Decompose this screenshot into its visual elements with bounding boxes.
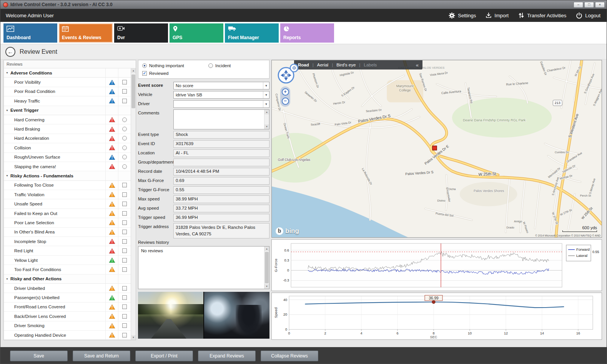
field-max-g-force[interactable]: 0.69 <box>173 177 269 185</box>
map-view-road[interactable]: Road <box>298 63 309 67</box>
review-checkbox[interactable] <box>122 99 127 103</box>
footer-button-save-return[interactable]: Save and Return <box>73 351 130 361</box>
status-option-incident[interactable]: Incident <box>208 62 231 69</box>
review-radio[interactable] <box>122 117 127 122</box>
review-item-poor-road-condition[interactable]: Poor Road Condition! <box>4 87 131 96</box>
field-event-id[interactable]: X017639 <box>173 140 269 148</box>
review-group-adverse-conditions[interactable]: ▼Adverse Conditions <box>4 68 131 78</box>
front-camera-thumbnail[interactable] <box>138 292 203 339</box>
review-checkbox[interactable] <box>122 192 127 197</box>
review-item-in-other-s-blind-area[interactable]: In Other's Blind Area! <box>4 228 131 237</box>
field-record-date[interactable]: 10/4/2014 4:48:54 PM <box>173 168 269 175</box>
map-compass-control[interactable] <box>276 63 299 88</box>
scroll-up-button[interactable]: ▲ <box>264 247 269 251</box>
review-item-traffic-violation[interactable]: Traffic Violation! <box>4 190 131 199</box>
tab-dvr[interactable]: Dvr <box>114 23 168 43</box>
review-checkbox[interactable] <box>122 295 127 300</box>
review-item-following-too-close[interactable]: Following Too Close! <box>4 181 131 190</box>
review-radio[interactable] <box>122 155 127 159</box>
history-scrollbar[interactable]: ▲▼ <box>264 247 269 289</box>
zoom-out-button[interactable]: − <box>282 98 289 105</box>
review-item-yellow-light[interactable]: Yellow Light! <box>4 256 131 265</box>
review-item-slapping-the-camera[interactable]: Slapping the camera!! <box>4 162 131 171</box>
review-group-risky-and-other-actions[interactable]: ▼Risky and Other Actions <box>4 275 131 284</box>
collapse-caret-icon[interactable]: ▼ <box>4 278 10 280</box>
cabin-camera-thumbnail[interactable] <box>204 292 269 339</box>
review-group-event-trigger[interactable]: ▼Event Trigger <box>4 106 131 115</box>
review-checkbox[interactable] <box>122 239 127 244</box>
review-checkbox[interactable] <box>122 80 127 84</box>
reviews-scrollbar[interactable]: ▲▼ <box>131 68 136 340</box>
review-item-hard-acceleration[interactable]: Hard Acceleration! <box>4 134 131 143</box>
review-item-operating-handled-device[interactable]: Operating Handled Device! <box>4 331 131 340</box>
review-checkbox[interactable] <box>122 248 127 253</box>
close-button[interactable]: × <box>595 2 605 8</box>
review-item-front-road-lens-covered[interactable]: Front/Road Lens Covered! <box>4 303 131 312</box>
review-checkbox[interactable] <box>122 267 127 272</box>
review-item-heavy-traffic[interactable]: Heavy Traffic! <box>4 96 131 106</box>
field-trigger-g-force[interactable]: 0.55 <box>173 186 269 194</box>
review-radio[interactable] <box>122 164 127 169</box>
collapse-caret-icon[interactable]: ▼ <box>4 109 10 112</box>
radio-control[interactable] <box>208 63 213 68</box>
review-item-incomplete-stop[interactable]: Incomplete Stop! <box>4 237 131 246</box>
review-item-driver-smoking[interactable]: Driver Smoking! <box>4 321 131 331</box>
header-action-logout[interactable]: Logout <box>576 12 600 19</box>
review-radio[interactable] <box>122 127 127 131</box>
review-group-risky-actions-fundamentals[interactable]: ▼Risky Actions - Fundamentals <box>4 171 131 180</box>
radio-control[interactable] <box>142 63 147 68</box>
review-radio[interactable] <box>122 136 127 141</box>
review-checkbox[interactable] <box>122 286 127 291</box>
review-item-failed-to-keep-an-out[interactable]: Failed to Keep an Out! <box>4 209 131 218</box>
review-checkbox[interactable] <box>122 314 127 319</box>
field-group-department[interactable] <box>173 159 269 166</box>
review-checkbox[interactable] <box>122 211 127 216</box>
review-item-back-driver-lens-covered[interactable]: Back/Driver Lens Covered! <box>4 312 131 321</box>
review-item-too-fast-for-conditions[interactable]: Too Fast For Conditions! <box>4 265 131 274</box>
map-view-labels[interactable]: Labels <box>364 63 377 67</box>
select-event-score[interactable]: No score▾ <box>173 82 269 89</box>
review-checkbox[interactable] <box>122 323 127 328</box>
status-option-nothing-important[interactable]: Nothing important <box>142 62 208 69</box>
review-radio[interactable] <box>122 146 127 150</box>
field-location[interactable]: Al - FL <box>173 149 269 157</box>
maximize-button[interactable]: □ <box>584 2 594 8</box>
header-action-transfer-activities[interactable]: Transfer Activities <box>518 12 566 18</box>
checkbox-control[interactable]: ✓ <box>142 71 147 76</box>
review-checkbox[interactable] <box>122 230 127 234</box>
field-trigger-address[interactable]: 31828 Palos Verdes Dr E, Rancho Palos Ve… <box>173 223 269 238</box>
review-item-collision[interactable]: Collision! <box>4 143 131 152</box>
tab-fleet-manager[interactable]: Fleet Manager <box>225 23 279 43</box>
scroll-down-button[interactable]: ▼ <box>264 284 269 289</box>
footer-button-collapse-reviews[interactable]: Collapse Reviews <box>261 351 318 361</box>
trigger-speed-marker[interactable] <box>432 300 435 303</box>
field-max-speed[interactable]: 38.99 MPH <box>173 195 269 203</box>
review-checkbox[interactable] <box>122 220 127 225</box>
review-checkbox[interactable] <box>122 183 127 187</box>
tab-reports[interactable]: Reports <box>280 23 334 43</box>
review-item-driver-unbelted[interactable]: Driver Unbelted! <box>4 284 131 293</box>
scroll-down-button[interactable]: ▼ <box>264 124 269 129</box>
scroll-up-button[interactable]: ▲ <box>264 110 269 114</box>
minimize-button[interactable]: – <box>574 2 583 8</box>
header-action-settings[interactable]: Settings <box>449 12 476 19</box>
tab-dashboard[interactable]: Dashboard <box>3 23 57 43</box>
review-checkbox[interactable] <box>122 89 127 94</box>
scroll-down-button[interactable]: ▼ <box>131 335 136 340</box>
tab-events-reviews[interactable]: Events & Reviews <box>59 23 113 43</box>
window-titlebar[interactable]: Idrive Control Center - 3.0.2 version - … <box>0 0 607 9</box>
review-checkbox[interactable] <box>122 258 127 263</box>
map-view-aerial[interactable]: Aerial <box>317 63 328 67</box>
scroll-up-button[interactable]: ▲ <box>131 68 136 73</box>
field-avg-speed[interactable]: 33.72 MPH <box>173 205 269 212</box>
zoom-in-button[interactable]: + <box>282 88 289 96</box>
review-item-hard-cornering[interactable]: Hard Cornering! <box>4 115 131 124</box>
footer-button-export-print[interactable]: Export / Print <box>135 351 193 361</box>
collapse-caret-icon[interactable]: ▼ <box>4 71 10 74</box>
review-checkbox[interactable] <box>122 202 127 206</box>
map-view-bird-s-eye[interactable]: Bird's eye <box>336 63 356 67</box>
scroll-thumb[interactable] <box>265 252 269 283</box>
map-toolbar-collapse-button[interactable]: « <box>416 62 419 68</box>
select-vehicle[interactable]: idrive Van SB▾ <box>173 91 269 99</box>
footer-button-save[interactable]: Save <box>10 351 68 361</box>
